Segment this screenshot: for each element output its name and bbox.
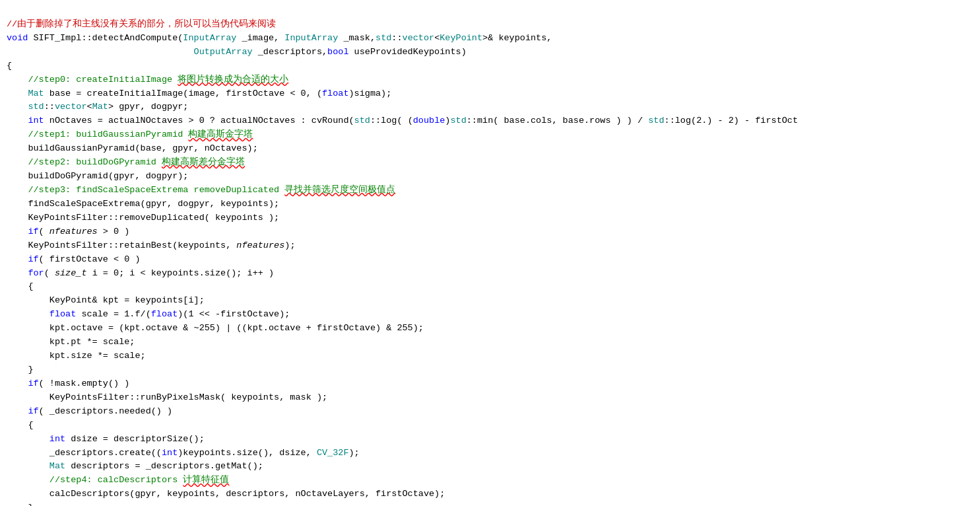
line-int-dsize: int dsize = descriptorSize(); — [7, 434, 205, 444]
line-kpt-octave: kpt.octave = (kpt.octave & ~255) | ((kpt… — [7, 323, 424, 333]
line-float-scale: float scale = 1.f/(float)(1 << -firstOct… — [7, 309, 290, 319]
line-runbypixelsmask: KeyPointsFilter::runByPixelsMask( keypoi… — [7, 392, 327, 402]
line-if-desc-open: { — [7, 420, 34, 430]
line-if-mask: if( !mask.empty() ) — [7, 379, 129, 388]
line-int-noctaves: int nOctaves = actualNOctaves > 0 ? actu… — [7, 116, 798, 126]
line-step2-comment: //step2: buildDoGPyramid 构建高斯差分金字塔 — [7, 157, 245, 167]
line-if-descriptors: if( _descriptors.needed() ) — [7, 406, 172, 416]
line-step1-comment: //step1: buildGaussianPyramid 构建高斯金字塔 — [7, 129, 253, 139]
line-func-decl: void SIFT_Impl::detectAndCompute(InputAr… — [7, 33, 552, 43]
line-retainbest: KeyPointsFilter::retainBest(keypoints, n… — [7, 240, 295, 250]
line-for-open: { — [7, 281, 34, 291]
line-step3-comment: //step3: findScaleSpaceExtrema removeDup… — [7, 185, 395, 195]
line-kpt-pt: kpt.pt *= scale; — [7, 337, 135, 347]
line-for-loop: for( size_t i = 0; i < keypoints.size();… — [7, 268, 274, 278]
line-for-close: } — [7, 365, 34, 375]
line-kpt-size: kpt.size *= scale; — [7, 351, 146, 361]
line-calcdesc: calcDescriptors(gpyr, keypoints, descrip… — [7, 489, 445, 499]
line-vector-gpyr: std::vector<Mat> gpyr, dogpyr; — [7, 102, 188, 112]
line-builddogpyramid: buildDoGPyramid(gpyr, dogpyr); — [7, 171, 188, 181]
line-open-brace: { — [7, 61, 12, 71]
line-buildgaussian: buildGaussianPyramid(base, gpyr, nOctave… — [7, 143, 258, 153]
line-if-desc-close: } — [7, 503, 34, 506]
top-comment: //由于删除掉了和主线没有关系的部分，所以可以当伪代码来阅读 — [7, 19, 276, 29]
code-block: //由于删除掉了和主线没有关系的部分，所以可以当伪代码来阅读 void SIFT… — [0, 0, 980, 506]
line-keypoint-kpt: KeyPoint& kpt = keypoints[i]; — [7, 295, 205, 305]
line-removedup: KeyPointsFilter::removeDuplicated( keypo… — [7, 213, 279, 223]
line-func-decl2: OutputArray _descriptors,bool useProvide… — [7, 47, 467, 57]
line-step0-comment: //step0: createInitialImage 将图片转换成为合适的大小 — [7, 75, 288, 85]
line-if-nfeatures: if( nfeatures > 0 ) — [7, 227, 129, 236]
line-findscale: findScaleSpaceExtrema(gpyr, dogpyr, keyp… — [7, 199, 279, 209]
line-mat-descriptors: Mat descriptors = _descriptors.getMat(); — [7, 461, 263, 471]
line-mat-base: Mat base = createInitialImage(image, fir… — [7, 89, 391, 98]
line-desc-create: _descriptors.create((int)keypoints.size(… — [7, 448, 360, 458]
line-step4-comment: //step4: calcDescriptors 计算特征值 — [7, 475, 229, 485]
line-if-firstoctave: if( firstOctave < 0 ) — [7, 254, 141, 264]
